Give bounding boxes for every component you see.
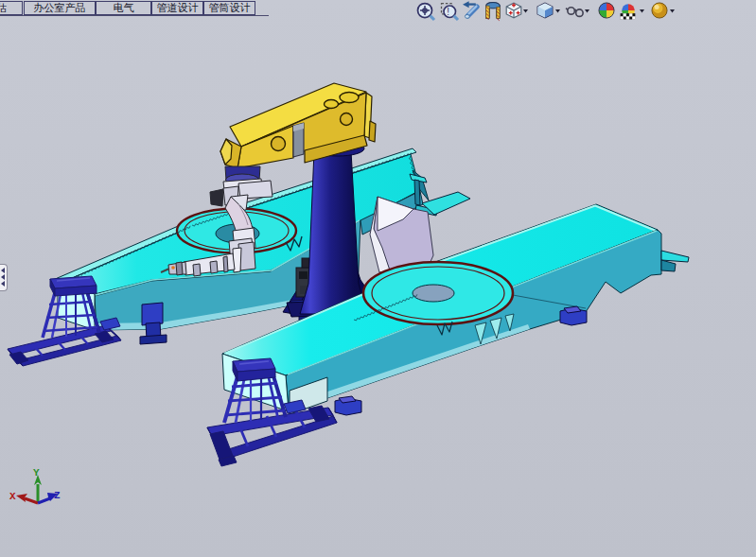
- svg-text:X: X: [9, 491, 16, 502]
- svg-text:Z: Z: [54, 490, 61, 501]
- svg-text:Y: Y: [33, 467, 40, 479]
